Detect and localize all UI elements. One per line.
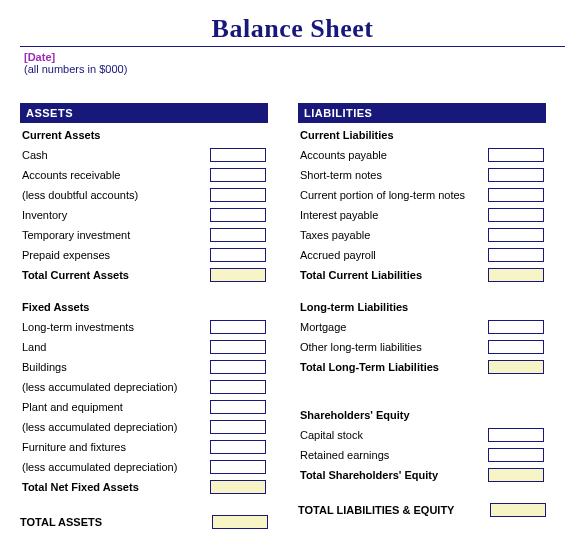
liabilities-header: LIABILITIES: [298, 103, 546, 123]
line-label: (less doubtful accounts): [20, 185, 206, 205]
value-cell[interactable]: [210, 460, 266, 474]
value-cell[interactable]: [488, 228, 544, 242]
total-value-cell[interactable]: [488, 468, 544, 482]
total-current-liabilities-label: Total Current Liabilities: [298, 265, 484, 285]
total-current-assets-label: Total Current Assets: [20, 265, 206, 285]
value-cell[interactable]: [488, 340, 544, 354]
line-label: Taxes payable: [298, 225, 484, 245]
fixed-assets-heading: Fixed Assets: [20, 297, 206, 317]
total-assets-label: TOTAL ASSETS: [20, 516, 102, 528]
line-label: Accrued payroll: [298, 245, 484, 265]
line-label: (less accumulated depreciation): [20, 457, 206, 477]
line-label: Inventory: [20, 205, 206, 225]
line-label: Mortgage: [298, 317, 484, 337]
line-label: Furniture and fixtures: [20, 437, 206, 457]
value-cell[interactable]: [488, 188, 544, 202]
longterm-liabilities-heading: Long-term Liabilities: [298, 297, 484, 317]
fixed-assets-table: Fixed Assets Long-term investments Land …: [20, 297, 268, 497]
value-cell[interactable]: [488, 448, 544, 462]
total-value-cell[interactable]: [488, 360, 544, 374]
line-label: Long-term investments: [20, 317, 206, 337]
line-label: Land: [20, 337, 206, 357]
liabilities-column: LIABILITIES Current Liabilities Accounts…: [298, 103, 546, 529]
value-cell[interactable]: [210, 228, 266, 242]
value-cell[interactable]: [210, 340, 266, 354]
assets-column: ASSETS Current Assets Cash Accounts rece…: [20, 103, 268, 529]
total-assets-row: TOTAL ASSETS: [20, 515, 268, 529]
line-label: (less accumulated depreciation): [20, 417, 206, 437]
total-value-cell[interactable]: [490, 503, 546, 517]
total-value-cell[interactable]: [210, 480, 266, 494]
value-cell[interactable]: [488, 208, 544, 222]
line-label: Capital stock: [298, 425, 484, 445]
total-value-cell[interactable]: [210, 268, 266, 282]
value-cell[interactable]: [210, 248, 266, 262]
line-label: Cash: [20, 145, 206, 165]
value-cell[interactable]: [210, 168, 266, 182]
line-label: Accounts payable: [298, 145, 484, 165]
page-title: Balance Sheet: [20, 14, 565, 44]
date-placeholder: [Date]: [24, 51, 565, 63]
value-cell[interactable]: [210, 360, 266, 374]
total-longterm-liabilities-label: Total Long-Term Liabilities: [298, 357, 484, 377]
line-label: Buildings: [20, 357, 206, 377]
total-fixed-assets-label: Total Net Fixed Assets: [20, 477, 206, 497]
current-liabilities-heading: Current Liabilities: [298, 125, 484, 145]
line-label: Current portion of long-term notes: [298, 185, 484, 205]
total-equity-label: Total Shareholders' Equity: [298, 465, 484, 485]
longterm-liabilities-table: Long-term Liabilities Mortgage Other lon…: [298, 297, 546, 377]
line-label: Other long-term liabilities: [298, 337, 484, 357]
value-cell[interactable]: [210, 380, 266, 394]
value-cell[interactable]: [210, 208, 266, 222]
value-cell[interactable]: [210, 420, 266, 434]
value-cell[interactable]: [488, 168, 544, 182]
value-cell[interactable]: [210, 400, 266, 414]
units-note: (all numbers in $000): [24, 63, 565, 75]
total-value-cell[interactable]: [212, 515, 268, 529]
value-cell[interactable]: [210, 320, 266, 334]
total-value-cell[interactable]: [488, 268, 544, 282]
line-label: (less accumulated depreciation): [20, 377, 206, 397]
line-label: Plant and equipment: [20, 397, 206, 417]
line-label: Accounts receivable: [20, 165, 206, 185]
line-label: Short-term notes: [298, 165, 484, 185]
total-liabilities-equity-row: TOTAL LIABILITIES & EQUITY: [298, 503, 546, 517]
line-label: Retained earnings: [298, 445, 484, 465]
value-cell[interactable]: [488, 428, 544, 442]
value-cell[interactable]: [210, 440, 266, 454]
value-cell[interactable]: [488, 320, 544, 334]
equity-heading: Shareholders' Equity: [298, 405, 484, 425]
line-label: Prepaid expenses: [20, 245, 206, 265]
value-cell[interactable]: [488, 248, 544, 262]
title-rule: [20, 46, 565, 47]
line-label: Interest payable: [298, 205, 484, 225]
assets-header: ASSETS: [20, 103, 268, 123]
value-cell[interactable]: [488, 148, 544, 162]
current-liabilities-table: Current Liabilities Accounts payable Sho…: [298, 125, 546, 285]
current-assets-heading: Current Assets: [20, 125, 206, 145]
total-liabilities-equity-label: TOTAL LIABILITIES & EQUITY: [298, 504, 454, 516]
value-cell[interactable]: [210, 148, 266, 162]
value-cell[interactable]: [210, 188, 266, 202]
equity-table: Shareholders' Equity Capital stock Retai…: [298, 405, 546, 485]
current-assets-table: Current Assets Cash Accounts receivable …: [20, 125, 268, 285]
line-label: Temporary investment: [20, 225, 206, 245]
